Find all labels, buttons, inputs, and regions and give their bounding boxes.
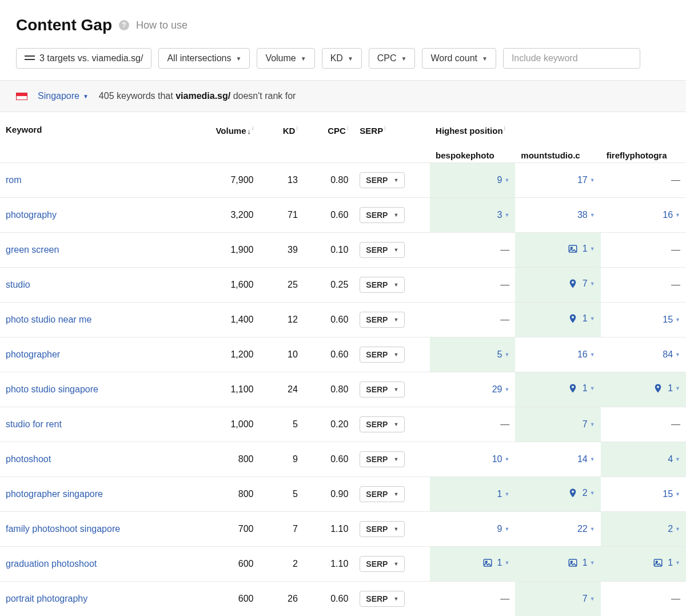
serp-button[interactable]: SERP▼ (360, 242, 405, 258)
info-icon[interactable]: i (252, 125, 253, 132)
keyword-link[interactable]: photoshoot (6, 454, 51, 464)
keyword-link[interactable]: portrait photography (6, 594, 87, 603)
serp-button[interactable]: SERP▼ (360, 416, 405, 432)
intersections-filter-button[interactable]: All intersections ▼ (158, 48, 250, 69)
chevron-down-icon: ▼ (83, 93, 89, 100)
serp-button[interactable]: SERP▼ (360, 277, 405, 293)
position-cell[interactable]: 29▼ (430, 372, 515, 407)
serp-button[interactable]: SERP▼ (360, 347, 405, 363)
table-row: photographer singapore80050.90SERP▼1▼2▼1… (0, 477, 686, 512)
col-target-0[interactable]: bespokephoto (430, 138, 515, 163)
position-cell[interactable]: 3▼ (430, 198, 515, 233)
position-cell[interactable]: 16▼ (601, 198, 686, 233)
col-target-1[interactable]: mountstudio.c (515, 138, 600, 163)
keyword-link[interactable]: family photoshoot singapore (6, 524, 120, 534)
position-cell[interactable]: 1▼ (601, 547, 686, 582)
position-cell[interactable]: 16▼ (515, 337, 600, 372)
keyword-link[interactable]: green screen (6, 245, 59, 255)
col-keyword[interactable]: Keyword (0, 112, 190, 163)
keyword-link[interactable]: rom (6, 175, 22, 185)
position-cell[interactable]: 38▼ (515, 198, 600, 233)
position-cell[interactable]: 1▼ (515, 233, 600, 268)
position-cell[interactable]: 5▼ (430, 337, 515, 372)
position-cell[interactable]: 1▼ (430, 547, 515, 582)
include-keyword-input[interactable] (503, 48, 640, 69)
volume-cell: 600 (190, 547, 260, 582)
chevron-down-icon: ▼ (393, 387, 398, 392)
serp-button[interactable]: SERP▼ (360, 451, 405, 467)
help-icon[interactable]: ? (119, 20, 129, 30)
serp-button[interactable]: SERP▼ (360, 591, 405, 607)
word-count-filter-button[interactable]: Word count ▼ (422, 48, 496, 69)
serp-button[interactable]: SERP▼ (360, 521, 405, 537)
col-target-2[interactable]: fireflyphotogra (601, 138, 686, 163)
position-cell[interactable]: 2▼ (601, 512, 686, 547)
serp-button[interactable]: SERP▼ (360, 381, 405, 398)
serp-button[interactable]: SERP▼ (360, 312, 405, 328)
kd-cell: 12 (259, 303, 303, 337)
position-cell[interactable]: 1▼ (430, 477, 515, 512)
volume-cell: 1,000 (190, 407, 260, 442)
serp-cell: SERP▼ (354, 372, 430, 407)
info-icon[interactable]: i (504, 125, 505, 132)
position-value: 29▼ (492, 384, 510, 395)
position-cell[interactable]: 14▼ (515, 442, 600, 477)
serp-button[interactable]: SERP▼ (360, 172, 405, 188)
col-kd[interactable]: KDi (259, 112, 303, 163)
chevron-down-icon: ▼ (393, 317, 398, 323)
position-cell[interactable]: 7▼ (515, 582, 600, 617)
position-cell: — (601, 268, 686, 303)
image-icon (653, 558, 663, 568)
position-cell[interactable]: 7▼ (515, 268, 600, 303)
position-cell[interactable]: 1▼ (601, 372, 686, 407)
keyword-link[interactable]: photographer (6, 349, 60, 359)
keyword-cell: family photoshoot singapore (0, 512, 190, 547)
col-serp[interactable]: SERPi (354, 112, 430, 163)
keyword-link[interactable]: graduation photoshoot (6, 559, 97, 569)
position-cell: — (430, 268, 515, 303)
country-selector[interactable]: Singapore ▼ (38, 91, 89, 101)
serp-button[interactable]: SERP▼ (360, 556, 405, 572)
position-cell[interactable]: 84▼ (601, 337, 686, 372)
position-cell[interactable]: 1▼ (515, 303, 600, 337)
keyword-link[interactable]: photo studio near me (6, 315, 91, 324)
chevron-down-icon: ▼ (504, 387, 509, 392)
keyword-link[interactable]: photography (6, 210, 57, 220)
kd-cell: 5 (259, 477, 303, 512)
targets-filter-label: 3 targets vs. viamedia.sg/ (39, 53, 143, 63)
position-value: 4▼ (668, 454, 680, 464)
info-icon[interactable]: i (384, 125, 385, 132)
map-pin-icon (568, 488, 578, 498)
position-cell[interactable]: 22▼ (515, 512, 600, 547)
chevron-down-icon: ▼ (393, 212, 398, 218)
position-cell[interactable]: 9▼ (430, 163, 515, 198)
position-cell[interactable]: 17▼ (515, 163, 600, 198)
kd-filter-button[interactable]: KD ▼ (322, 48, 362, 69)
info-icon[interactable]: i (296, 125, 297, 132)
position-cell[interactable]: 1▼ (515, 547, 600, 582)
position-cell[interactable]: 7▼ (515, 407, 600, 442)
volume-filter-button[interactable]: Volume ▼ (257, 48, 314, 69)
position-cell[interactable]: 1▼ (515, 372, 600, 407)
how-to-use-link[interactable]: How to use (136, 19, 188, 31)
keyword-link[interactable]: studio for rent (6, 419, 62, 429)
position-cell[interactable]: 10▼ (430, 442, 515, 477)
keyword-link[interactable]: photo studio singapore (6, 384, 98, 394)
position-cell[interactable]: 9▼ (430, 512, 515, 547)
col-volume[interactable]: Volume↓i (190, 112, 260, 163)
position-cell[interactable]: 15▼ (601, 477, 686, 512)
position-cell[interactable]: 2▼ (515, 477, 600, 512)
chevron-down-icon: ▼ (675, 352, 680, 357)
position-cell[interactable]: 15▼ (601, 303, 686, 337)
position-cell[interactable]: 4▼ (601, 442, 686, 477)
keyword-link[interactable]: studio (6, 280, 30, 289)
col-target-1-label: mountstudio.c (521, 150, 580, 160)
serp-button[interactable]: SERP▼ (360, 486, 405, 502)
cpc-filter-button[interactable]: CPC ▼ (369, 48, 416, 69)
targets-filter-button[interactable]: 3 targets vs. viamedia.sg/ (16, 48, 151, 69)
serp-cell: SERP▼ (354, 268, 430, 303)
info-icon[interactable]: i (347, 125, 348, 132)
keyword-link[interactable]: photographer singapore (6, 489, 103, 499)
serp-button[interactable]: SERP▼ (360, 207, 405, 223)
col-cpc[interactable]: CPCi (304, 112, 354, 163)
